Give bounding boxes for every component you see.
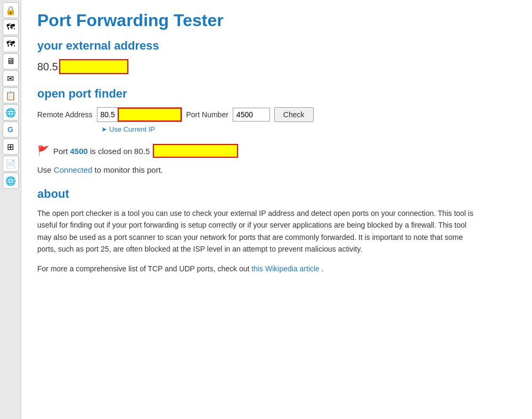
use-current-ip-row: ➤ Use Current IP	[101, 125, 516, 133]
external-address-section: your external address 80.5	[37, 39, 516, 74]
result-port-number[interactable]: 4500	[70, 147, 88, 156]
external-ip-redacted	[59, 59, 128, 74]
sidebar-item-document[interactable]: 📄	[3, 156, 19, 172]
remote-address-wrapper	[97, 107, 182, 122]
sidebar-item-lock[interactable]: 🔒	[3, 2, 19, 18]
result-is-closed: is closed on	[90, 147, 132, 156]
monitor-line: Use Connected to monitor this port.	[37, 165, 516, 174]
wikipedia-link[interactable]: this Wikipedia article	[251, 264, 320, 273]
external-address-title: your external address	[37, 39, 516, 53]
about-p2-prefix: For more a comprehensive list of TCP and…	[37, 264, 249, 273]
page-title: Port Forwarding Tester	[37, 11, 516, 30]
use-current-ip-link[interactable]: Use Current IP	[109, 125, 155, 133]
sidebar-item-email[interactable]: ✉	[3, 70, 19, 86]
about-paragraph2: For more a comprehensive list of TCP and…	[37, 263, 474, 275]
monitor-suffix: to monitor this port.	[95, 165, 163, 174]
sidebar: 🔒 🗺 🗺 🖥 ✉ 📋 🌐 G ⊞ 📄 🌐	[0, 0, 21, 419]
sidebar-item-monitor[interactable]: 🖥	[3, 53, 19, 69]
monitor-prefix: Use	[37, 165, 52, 174]
about-title: about	[37, 187, 516, 201]
connected-link[interactable]: Connected	[54, 165, 93, 174]
port-number-input[interactable]	[233, 108, 270, 122]
port-finder-section: open port finder Remote Address Port Num…	[37, 87, 516, 133]
about-paragraph1: The open port checker is a tool you can …	[37, 207, 474, 255]
result-row: 🚩 Port 4500 is closed on 80.5	[37, 144, 516, 158]
about-p2-suffix: .	[322, 264, 324, 273]
remote-address-label: Remote Address	[37, 110, 93, 119]
sidebar-item-globe[interactable]: 🌐	[3, 104, 19, 120]
sidebar-item-windows[interactable]: ⊞	[3, 139, 19, 155]
about-section: about The open port checker is a tool yo…	[37, 187, 516, 275]
port-finder-form: Remote Address Port Number Check	[37, 107, 516, 122]
result-port-label: Port	[53, 147, 68, 156]
ip-prefix-input[interactable]	[97, 108, 118, 121]
port-finder-title: open port finder	[37, 87, 516, 101]
result-ip-redacted	[153, 144, 238, 158]
sidebar-item-globe2[interactable]: 🌐	[3, 173, 19, 189]
result-ip-prefix: 80.5	[134, 147, 150, 156]
sidebar-item-google[interactable]: G	[3, 122, 19, 138]
ip-input-redacted[interactable]	[118, 108, 182, 122]
check-button[interactable]: Check	[274, 107, 314, 122]
sidebar-item-map[interactable]: 🗺	[3, 19, 19, 35]
sidebar-item-map2[interactable]: 🗺	[3, 36, 19, 52]
external-ip-prefix: 80.5	[37, 61, 58, 73]
flag-icon: 🚩	[37, 145, 49, 157]
port-number-label: Port Number	[186, 110, 228, 119]
sidebar-item-clipboard[interactable]: 📋	[3, 87, 19, 103]
arrow-icon: ➤	[101, 125, 107, 133]
main-content: Port Forwarding Tester your external add…	[21, 0, 532, 419]
external-ip-row: 80.5	[37, 59, 516, 74]
